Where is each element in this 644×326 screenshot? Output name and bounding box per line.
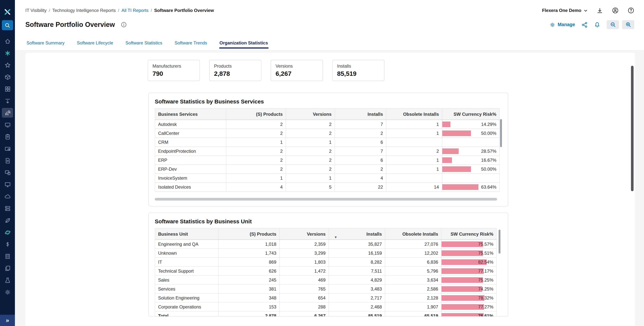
cell-risk: 75.51% <box>441 249 496 257</box>
sidebar-item-favorites[interactable] <box>2 60 13 70</box>
globe-icon <box>4 229 11 235</box>
column-header-sw-currency-risk-[interactable]: SW Currency Risk% <box>442 108 500 120</box>
cell-obsolete <box>386 138 442 146</box>
cell-obsolete: 27,076 <box>385 240 441 249</box>
column-header-versions[interactable]: Versions <box>286 108 335 120</box>
sidebar-item-flexera-one[interactable] <box>2 48 13 58</box>
cell-risk: 82.54% <box>441 257 496 266</box>
sidebar-item-device[interactable] <box>2 120 13 130</box>
table-horizontal-scrollbar[interactable] <box>155 198 497 201</box>
risk-value: 50.00% <box>481 166 496 172</box>
cell-name: EndpointProtection <box>155 146 226 155</box>
table-row: Total2,8786,26785,51965,51976.61% <box>155 311 496 317</box>
sidebar-item-hardware[interactable] <box>2 168 13 177</box>
share-button[interactable] <box>581 22 588 28</box>
cell-name: Corporate Operations <box>155 302 218 311</box>
org-switcher[interactable]: Flexera One Demo <box>542 8 588 13</box>
sidebar-item-apps[interactable] <box>2 84 13 94</box>
sidebar-item-software[interactable] <box>2 180 13 189</box>
grid-icon <box>4 86 11 92</box>
sidebar-item-entitlements[interactable] <box>2 144 13 153</box>
column-header-installs[interactable]: Installs▾ <box>329 228 385 240</box>
kpi-label: Versions <box>276 64 318 69</box>
column-label: Installs <box>368 111 383 117</box>
document-icon <box>4 157 11 164</box>
zoom-in-button[interactable] <box>622 20 634 29</box>
breadcrumb-item[interactable]: All TI Reports <box>122 8 148 13</box>
cell-name: ERP <box>155 155 226 165</box>
tab-software-lifecycle[interactable]: Software Lifecycle <box>76 38 114 49</box>
cell-versions: 469 <box>280 275 329 284</box>
sidebar-item-organization[interactable] <box>2 251 13 261</box>
sidebar-item-settings[interactable] <box>2 287 13 297</box>
cell-name: Technical Support <box>155 266 218 275</box>
sidebar-expand-button[interactable]: » <box>0 315 15 326</box>
column-header-obsolete-installs[interactable]: Obsolete Installs <box>386 108 442 120</box>
account-button[interactable] <box>612 7 619 14</box>
cell-versions: 654 <box>280 293 329 302</box>
risk-bar <box>442 157 452 163</box>
table-vertical-scrollbar[interactable] <box>498 230 500 254</box>
column-header-business-unit[interactable]: Business Unit <box>155 228 218 240</box>
table-row: Corporate Operations1532882,4681,90777.2… <box>155 302 496 311</box>
cell-products: 153 <box>218 302 280 311</box>
download-button[interactable] <box>597 7 603 14</box>
cell-products: 245 <box>218 275 280 284</box>
business-unit-table: Business Unit(S) ProductsVersionsInstall… <box>155 228 497 317</box>
cell-versions: 2 <box>286 120 335 129</box>
kpi-card-versions: Versions6,267 <box>271 60 323 81</box>
cell-versions: 1 <box>286 138 335 146</box>
zoom-out-button[interactable] <box>607 20 619 29</box>
sidebar-item-assessments[interactable] <box>2 132 13 141</box>
notifications-button[interactable] <box>594 22 600 28</box>
page-vertical-scrollbar[interactable] <box>631 66 634 191</box>
sidebar-item-home[interactable] <box>2 36 13 46</box>
sidebar-item-duplicates[interactable] <box>2 263 13 273</box>
column-header-obsolete-installs[interactable]: Obsolete Installs <box>385 228 441 240</box>
column-header-business-services[interactable]: Business Services <box>155 108 226 120</box>
sidebar-item-spend[interactable] <box>2 239 13 249</box>
sidebar-item-packages[interactable] <box>2 72 13 82</box>
cell-products: 1,018 <box>218 240 280 249</box>
sidebar-item-data-integration[interactable] <box>2 96 13 106</box>
monitor-icon <box>4 181 11 188</box>
cell-products: 2 <box>226 155 286 165</box>
cell-versions: 5 <box>286 183 335 191</box>
sidebar-item-servers[interactable] <box>2 204 13 213</box>
cell-versions: 2 <box>286 155 335 165</box>
column-header-installs[interactable]: Installs <box>335 108 386 120</box>
tab-organization-statistics[interactable]: Organization Statistics <box>219 38 268 49</box>
tab-software-summary[interactable]: Software Summary <box>26 38 65 49</box>
column-header--s-products[interactable]: (S) Products <box>218 228 280 240</box>
zoom-in-icon <box>625 22 631 28</box>
help-button[interactable] <box>628 7 634 14</box>
tab-software-statistics[interactable]: Software Statistics <box>125 38 162 49</box>
integration-icon <box>4 98 11 104</box>
table-vertical-scrollbar[interactable] <box>500 119 502 147</box>
sidebar-item-cloud[interactable] <box>2 192 13 201</box>
cell-name: IT <box>155 257 218 266</box>
kpi-card-manufacturers: Manufacturers790 <box>148 60 200 81</box>
tab-software-trends[interactable]: Software Trends <box>174 38 208 49</box>
column-header-sw-currency-risk-[interactable]: SW Currency Risk% <box>441 228 496 240</box>
column-header--s-products[interactable]: (S) Products <box>226 108 286 120</box>
info-icon[interactable] <box>121 22 127 28</box>
sidebar-item-reports[interactable] <box>2 156 13 166</box>
flexera-logo-icon <box>3 8 12 17</box>
manage-button[interactable]: Manage <box>550 22 575 28</box>
risk-value: 75.51% <box>478 250 493 256</box>
sidebar-item-it-visibility[interactable] <box>2 108 13 118</box>
table-row: Technical Support6261,4727,5115,79677.17… <box>155 266 496 275</box>
sidebar-item-labs[interactable] <box>2 275 13 285</box>
cell-risk: 63.64% <box>442 183 500 191</box>
sidebar-item-sustainability[interactable] <box>2 216 13 225</box>
card-title: Software Statistics by Business Unit <box>155 218 508 224</box>
table-row: EndpointProtection227228.57% <box>155 146 500 155</box>
table-row: Unknown1,7433,29916,15912,20275.51% <box>155 249 496 257</box>
sidebar-search-button[interactable] <box>2 20 13 30</box>
sidebar-item-network[interactable] <box>2 227 13 237</box>
asterisk-icon <box>4 50 11 56</box>
column-header-versions[interactable]: Versions <box>280 228 329 240</box>
copy-icon <box>4 265 11 271</box>
risk-value: 63.64% <box>481 184 496 190</box>
